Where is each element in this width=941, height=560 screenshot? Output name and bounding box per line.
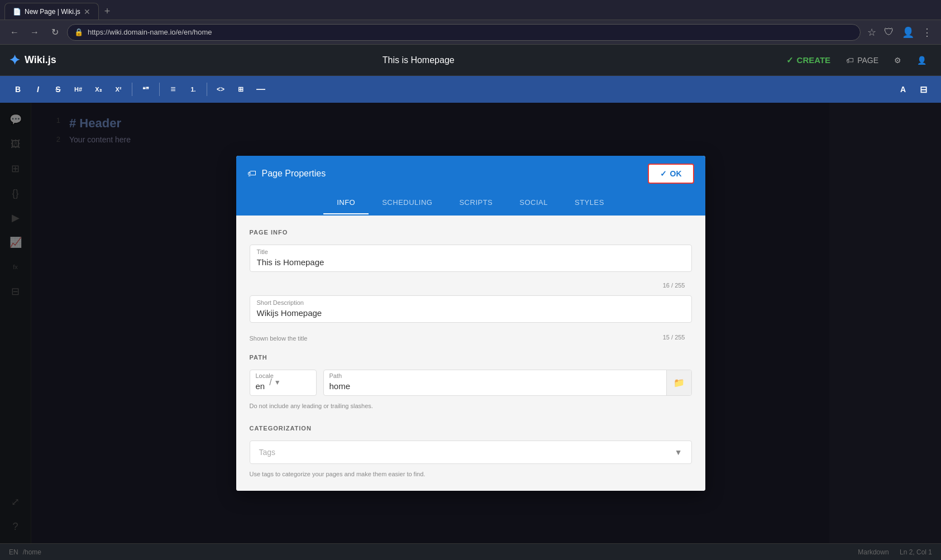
bookmark-icon[interactable]: ☆: [865, 24, 878, 41]
path-input[interactable]: [324, 370, 666, 395]
forward-button[interactable]: →: [27, 25, 42, 40]
tags-dropdown-arrow: ▼: [675, 448, 682, 457]
address-bar[interactable]: 🔒 https://wiki.domain-name.io/e/en/home: [67, 24, 861, 41]
browser-actions: ☆ 🛡 👤 ⋮: [865, 24, 934, 41]
create-label: CREATE: [797, 55, 831, 65]
wiki-logo-icon: ✦: [9, 52, 20, 68]
description-input[interactable]: [250, 296, 691, 322]
path-section-label: PATH: [250, 354, 692, 361]
tags-hint: Use tags to categorize your pages and ma…: [250, 468, 692, 480]
editor-area: 💬 🖼 ⊞ {} ▶ 📈 fx ⊟ ⤢ ? 1 # Header 2 Your …: [0, 103, 941, 543]
subscript-button[interactable]: X₂: [89, 80, 107, 98]
browser-tab-bar: 📄 New Page | Wiki.js ✕ +: [0, 0, 941, 20]
description-field-label: Short Description: [250, 296, 311, 306]
title-input[interactable]: [250, 245, 691, 271]
toolbar-separator-1: [132, 83, 132, 96]
categorization-label: CATEGORIZATION: [250, 425, 692, 432]
path-row: Locale en / ▼ Path 📁: [250, 370, 692, 396]
title-counter: 16 / 255: [250, 281, 692, 291]
tab-styles[interactable]: STYLES: [561, 192, 618, 214]
app-logo: ✦ Wiki.js: [9, 52, 56, 68]
app-logo-text: Wiki.js: [25, 54, 56, 66]
ok-label: OK: [670, 169, 682, 178]
page-properties-dialog: 🏷 Page Properties ✓ OK INFO SCHEDULING S…: [236, 156, 705, 491]
page-button[interactable]: 🏷 PAGE: [840, 52, 884, 68]
path-group: Path 📁: [323, 370, 692, 396]
status-locale: EN: [9, 548, 18, 556]
toolbar-separator-3: [207, 83, 207, 96]
dialog-body: PAGE INFO Title 16 / 255 Short Descripti…: [236, 216, 705, 491]
status-position: Ln 2, Col 1: [900, 548, 932, 556]
user-button[interactable]: 👤: [911, 52, 932, 68]
settings-button[interactable]: ⚙: [889, 52, 907, 68]
path-hint: Do not include any leading or trailing s…: [250, 400, 692, 411]
tab-scheduling[interactable]: SCHEDULING: [369, 192, 446, 214]
browser-chrome: ← → ↻ 🔒 https://wiki.domain-name.io/e/en…: [0, 20, 941, 45]
profile-icon[interactable]: 👤: [900, 24, 916, 41]
editor-toolbar: B I S H# X₂ X² ❝❞ ≡ 1. <> ⊞ — A ⊟: [0, 76, 941, 103]
status-path: /home: [23, 548, 41, 556]
table-button[interactable]: ⊞: [232, 80, 250, 98]
bold-button[interactable]: B: [9, 80, 27, 98]
lock-icon: 🔒: [74, 28, 83, 36]
dialog-overlay: 🏷 Page Properties ✓ OK INFO SCHEDULING S…: [0, 103, 941, 543]
app-bar: ✦ Wiki.js This is Homepage ✓ CREATE 🏷 PA…: [0, 45, 941, 76]
tab-title: New Page | Wiki.js: [25, 8, 80, 16]
toolbar-right-actions: A ⊟: [894, 80, 932, 98]
description-hint: Shown below the title: [250, 333, 308, 344]
dialog-title: 🏷 Page Properties: [247, 169, 326, 179]
description-field-group: Short Description: [250, 295, 692, 323]
app-bar-actions: ✓ CREATE 🏷 PAGE ⚙ 👤: [781, 52, 932, 69]
dialog-title-text: Page Properties: [262, 169, 326, 179]
code-button[interactable]: <>: [212, 80, 230, 98]
browser-controls: ← → ↻: [7, 25, 63, 40]
check-icon: ✓: [786, 55, 794, 65]
dialog-header: 🏷 Page Properties ✓ OK: [236, 156, 705, 192]
menu-icon[interactable]: ⋮: [920, 24, 934, 41]
locale-field-label: Locale: [256, 372, 274, 379]
blockquote-button[interactable]: ❝❞: [137, 80, 155, 98]
page-label: PAGE: [857, 56, 878, 65]
create-button[interactable]: ✓ CREATE: [781, 52, 837, 69]
refresh-button[interactable]: ↻: [47, 25, 63, 40]
tags-placeholder: Tags: [259, 448, 276, 457]
locale-group: Locale en / ▼: [250, 370, 317, 396]
split-view-button[interactable]: ⊟: [914, 80, 932, 98]
status-bar: EN /home Markdown Ln 2, Col 1: [0, 543, 941, 560]
dialog-tabs: INFO SCHEDULING SCRIPTS SOCIAL STYLES: [236, 192, 705, 216]
locale-dropdown-arrow[interactable]: ▼: [272, 372, 285, 393]
tab-close-btn[interactable]: ✕: [84, 7, 90, 16]
ordered-list-button[interactable]: 1.: [184, 80, 202, 98]
path-browse-button[interactable]: 📁: [666, 370, 691, 395]
status-bar-right: Markdown Ln 2, Col 1: [858, 548, 932, 556]
description-meta: Shown below the title 15 / 255: [250, 332, 692, 345]
strikethrough-button[interactable]: S: [49, 80, 67, 98]
toolbar-separator-2: [159, 83, 160, 96]
page-info-section-label: PAGE INFO: [250, 229, 692, 236]
new-tab-btn[interactable]: +: [99, 3, 116, 20]
tab-info[interactable]: INFO: [323, 192, 369, 214]
spellcheck-button[interactable]: A: [894, 80, 912, 98]
tab-scripts[interactable]: SCRIPTS: [446, 192, 506, 214]
path-field-label: Path: [329, 372, 342, 379]
tags-dropdown[interactable]: Tags ▼: [250, 441, 692, 464]
tab-favicon: 📄: [13, 8, 21, 16]
italic-button[interactable]: I: [29, 80, 47, 98]
back-button[interactable]: ←: [7, 25, 22, 40]
shield-icon[interactable]: 🛡: [882, 24, 896, 41]
hr-button[interactable]: —: [252, 80, 270, 98]
unordered-list-button[interactable]: ≡: [164, 80, 182, 98]
heading-button[interactable]: H#: [69, 80, 87, 98]
title-field-group: Title: [250, 245, 692, 272]
title-field-label: Title: [250, 245, 275, 255]
browser-tab[interactable]: 📄 New Page | Wiki.js ✕: [4, 3, 99, 20]
tag-icon: 🏷: [846, 56, 854, 65]
page-title: This is Homepage: [56, 55, 781, 65]
tab-social[interactable]: SOCIAL: [506, 192, 561, 214]
url-text: https://wiki.domain-name.io/e/en/home: [88, 28, 212, 36]
description-counter: 15 / 255: [656, 333, 692, 344]
properties-icon: 🏷: [247, 169, 256, 179]
superscript-button[interactable]: X²: [109, 80, 127, 98]
ok-button[interactable]: ✓ OK: [648, 164, 694, 184]
status-mode: Markdown: [858, 548, 889, 556]
